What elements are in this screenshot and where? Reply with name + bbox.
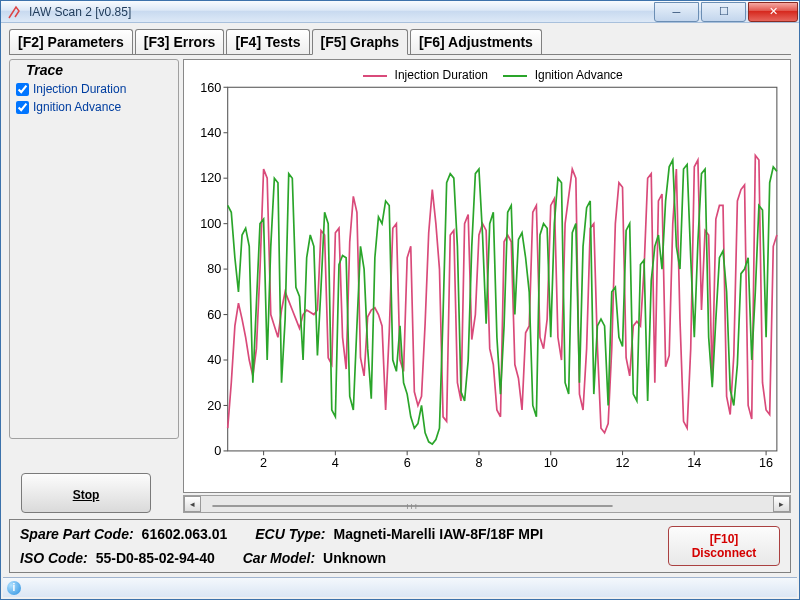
car-label: Car Model: bbox=[243, 550, 315, 566]
stop-button[interactable]: Stop bbox=[21, 473, 151, 513]
maximize-button[interactable]: ☐ bbox=[701, 2, 746, 22]
status-panel: Spare Part Code: 61602.063.01 ECU Type: … bbox=[9, 519, 791, 573]
svg-text:40: 40 bbox=[207, 353, 221, 367]
trace-check-injection[interactable]: Injection Duration bbox=[16, 82, 172, 96]
line-chart: 020406080100120140160246810121416 bbox=[190, 82, 784, 472]
svg-text:16: 16 bbox=[759, 456, 773, 470]
legend-label-a: Injection Duration bbox=[395, 68, 488, 82]
scroll-left-arrow[interactable]: ◂ bbox=[184, 496, 201, 512]
svg-text:10: 10 bbox=[544, 456, 558, 470]
svg-text:6: 6 bbox=[404, 456, 411, 470]
scroll-thumb[interactable]: III bbox=[212, 505, 612, 507]
legend-swatch-a bbox=[363, 75, 387, 77]
tab-tests[interactable]: [F4] Tests bbox=[226, 29, 309, 54]
tab-graphs[interactable]: [F5] Graphs bbox=[312, 29, 409, 55]
iso-label: ISO Code: bbox=[20, 550, 88, 566]
legend-label-b: Ignition Advance bbox=[535, 68, 623, 82]
disconnect-button[interactable]: [F10] Disconnect bbox=[668, 526, 780, 566]
svg-text:12: 12 bbox=[616, 456, 630, 470]
svg-text:20: 20 bbox=[207, 399, 221, 413]
svg-text:0: 0 bbox=[214, 444, 221, 458]
client-area: [F2] Parameters [F3] Errors [F4] Tests [… bbox=[1, 23, 799, 599]
svg-text:14: 14 bbox=[687, 456, 701, 470]
close-button[interactable]: ✕ bbox=[748, 2, 798, 22]
tab-parameters[interactable]: [F2] Parameters bbox=[9, 29, 133, 54]
trace-check-injection-box[interactable] bbox=[16, 83, 29, 96]
svg-text:160: 160 bbox=[200, 82, 221, 94]
trace-check-ignition-box[interactable] bbox=[16, 101, 29, 114]
svg-text:2: 2 bbox=[260, 456, 267, 470]
ecu-label: ECU Type: bbox=[255, 526, 325, 542]
svg-text:100: 100 bbox=[200, 217, 221, 231]
trace-check-ignition-label: Ignition Advance bbox=[33, 100, 121, 114]
svg-text:4: 4 bbox=[332, 456, 339, 470]
trace-check-ignition[interactable]: Ignition Advance bbox=[16, 100, 172, 114]
minimize-button[interactable]: ─ bbox=[654, 2, 699, 22]
h-scrollbar[interactable]: ◂ III ▸ bbox=[183, 495, 791, 513]
scroll-right-arrow[interactable]: ▸ bbox=[773, 496, 790, 512]
svg-rect-0 bbox=[228, 87, 777, 451]
trace-fieldset: Trace Injection Duration Ignition Advanc… bbox=[9, 59, 179, 439]
app-icon bbox=[7, 4, 23, 20]
spare-label: Spare Part Code: bbox=[20, 526, 134, 542]
tab-adjustments[interactable]: [F6] Adjustments bbox=[410, 29, 542, 54]
svg-text:80: 80 bbox=[207, 262, 221, 276]
statusbar: i bbox=[3, 577, 797, 597]
chart-legend: Injection Duration Ignition Advance bbox=[190, 68, 784, 82]
svg-text:120: 120 bbox=[200, 171, 221, 185]
spare-value: 61602.063.01 bbox=[142, 526, 228, 542]
car-value: Unknown bbox=[323, 550, 386, 566]
window-title: IAW Scan 2 [v0.85] bbox=[29, 5, 131, 19]
trace-legend: Trace bbox=[22, 62, 67, 78]
tab-errors[interactable]: [F3] Errors bbox=[135, 29, 225, 54]
info-icon[interactable]: i bbox=[7, 581, 21, 595]
ecu-value: Magneti-Marelli IAW-8F/18F MPI bbox=[334, 526, 544, 542]
app-window: IAW Scan 2 [v0.85] ─ ☐ ✕ [F2] Parameters… bbox=[0, 0, 800, 600]
trace-check-injection-label: Injection Duration bbox=[33, 82, 126, 96]
plot-area: Injection Duration Ignition Advance 0204… bbox=[183, 59, 791, 493]
legend-swatch-b bbox=[503, 75, 527, 77]
tab-strip: [F2] Parameters [F3] Errors [F4] Tests [… bbox=[3, 25, 797, 54]
svg-text:60: 60 bbox=[207, 308, 221, 322]
svg-text:140: 140 bbox=[200, 126, 221, 140]
titlebar: IAW Scan 2 [v0.85] ─ ☐ ✕ bbox=[1, 1, 799, 23]
svg-text:8: 8 bbox=[475, 456, 482, 470]
iso-value: 55-D0-85-02-94-40 bbox=[96, 550, 215, 566]
